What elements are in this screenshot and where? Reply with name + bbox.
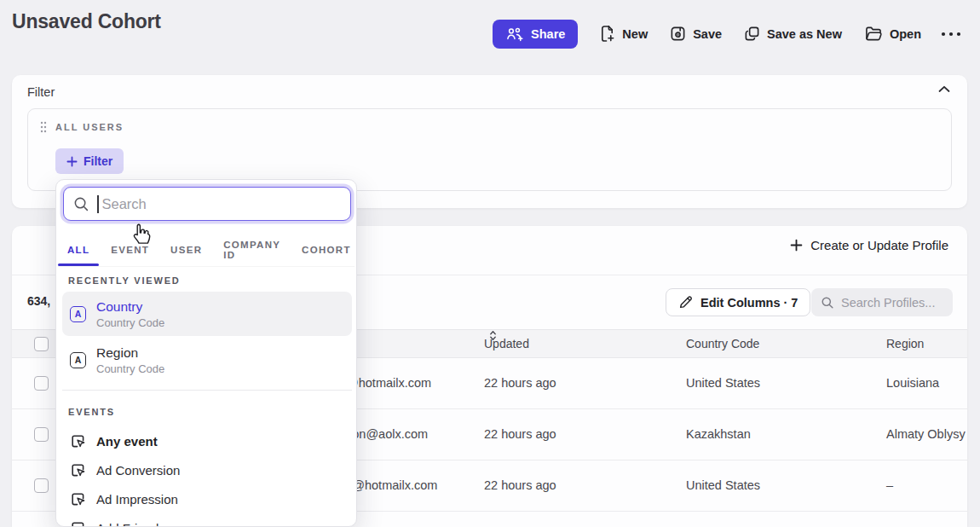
page-title: Unsaved Cohort <box>12 10 161 33</box>
plus-icon <box>66 156 78 167</box>
folder-open-icon <box>864 26 883 42</box>
cell-email: son@aolx.com <box>346 409 428 460</box>
save-as-new-button-label: Save as New <box>767 27 842 41</box>
picker-item-title: Region <box>96 345 164 361</box>
new-button[interactable]: New <box>590 19 657 49</box>
search-icon <box>73 196 89 212</box>
filter-panel-title: Filter <box>27 85 55 99</box>
share-users-icon <box>505 26 524 42</box>
collapse-filter-button[interactable] <box>938 85 950 93</box>
cell-region: – <box>886 460 893 511</box>
picker-tabs: ALL EVENT USER COMPANY ID COHORT <box>58 233 355 267</box>
search-icon <box>821 296 834 310</box>
cell-region: Almaty Oblysy <box>886 409 966 460</box>
cell-region: Louisiana <box>886 358 939 408</box>
filter-group-header: ALL USERS <box>40 121 124 133</box>
cell-updated-at: 22 hours ago <box>484 460 556 511</box>
picker-search-placeholder: Search <box>102 196 147 212</box>
save-button[interactable]: Save <box>660 20 731 48</box>
event-icon <box>70 433 86 449</box>
column-header-country-code[interactable]: Country Code <box>686 330 759 358</box>
copy-icon <box>744 26 760 42</box>
picker-item-region[interactable]: A Region Country Code <box>62 338 352 382</box>
more-options-button[interactable] <box>934 26 968 43</box>
row-checkbox[interactable] <box>34 478 49 493</box>
new-document-icon <box>599 25 615 43</box>
cell-updated-at: 22 hours ago <box>484 358 556 408</box>
search-profiles-input[interactable]: Search Profiles... <box>811 288 953 316</box>
pencil-icon <box>678 295 693 310</box>
create-or-update-profile-button[interactable]: Create or Update Profile <box>790 238 948 252</box>
edit-columns-label: Edit Columns · 7 <box>700 296 798 310</box>
toolbar: Share New Save Save as <box>493 19 968 49</box>
sort-icon[interactable] <box>489 330 497 341</box>
search-profiles-placeholder: Search Profiles... <box>841 296 935 310</box>
picker-item-ad-conversion[interactable]: Ad Conversion <box>62 455 352 484</box>
share-button-label: Share <box>531 27 565 41</box>
tab-company-id[interactable]: COMPANY ID <box>214 233 290 266</box>
save-button-label: Save <box>693 27 722 41</box>
letter-property-icon: A <box>70 306 86 322</box>
column-header-region[interactable]: Region <box>886 330 924 358</box>
tab-all[interactable]: ALL <box>58 233 99 266</box>
picker-item-subtitle: Country Code <box>96 362 164 375</box>
add-filter-button[interactable]: Filter <box>55 148 124 174</box>
save-icon <box>670 26 686 42</box>
open-button-label: Open <box>890 27 921 41</box>
events-heading: EVENTS <box>68 407 115 417</box>
plus-icon <box>790 239 803 252</box>
cell-country-code: United States <box>686 460 760 511</box>
all-users-label: ALL USERS <box>55 122 124 132</box>
chevron-up-icon <box>938 85 950 93</box>
save-as-new-button[interactable]: Save as New <box>735 20 851 48</box>
tab-user[interactable]: USER <box>161 233 211 266</box>
share-button[interactable]: Share <box>493 20 578 49</box>
event-icon <box>70 520 86 527</box>
drag-handle-icon[interactable] <box>40 121 47 133</box>
open-button[interactable]: Open <box>855 20 931 48</box>
row-checkbox[interactable] <box>34 376 49 391</box>
cell-email: s@hotmailx.com <box>346 460 437 511</box>
letter-property-icon: A <box>70 352 86 368</box>
event-icon <box>70 462 86 478</box>
create-or-update-profile-label: Create or Update Profile <box>810 238 948 252</box>
edit-columns-button[interactable]: Edit Columns · 7 <box>666 288 810 316</box>
cell-email: @hotmailx.com <box>346 358 431 408</box>
picker-item-title: Country <box>96 299 164 315</box>
profile-count: 634, <box>27 294 50 308</box>
cell-country-code: Kazakhstan <box>686 409 751 460</box>
cell-updated-at: 22 hours ago <box>484 409 556 460</box>
picker-item-country[interactable]: A Country Country Code <box>62 292 352 336</box>
divider <box>62 390 352 391</box>
tab-event[interactable]: EVENT <box>101 233 159 266</box>
picker-item-any-event[interactable]: Any event <box>62 426 352 455</box>
picker-item-add-friends[interactable]: Add Friends <box>62 513 352 527</box>
picker-item-title: Add Friends <box>96 521 165 527</box>
text-caret <box>97 195 99 213</box>
picker-item-title: Ad Conversion <box>96 463 180 478</box>
event-icon <box>70 491 86 507</box>
picker-search-input[interactable]: Search <box>63 187 351 221</box>
picker-item-ad-impression[interactable]: Ad Impression <box>62 484 352 513</box>
recently-viewed-heading: RECENTLY VIEWED <box>68 275 181 286</box>
cell-country-code: United States <box>686 358 760 408</box>
tab-cohort[interactable]: COHORT <box>292 233 357 266</box>
add-filter-label: Filter <box>84 154 112 168</box>
row-checkbox[interactable] <box>34 427 49 442</box>
property-picker-dropdown: Search ALL EVENT USER COMPANY ID COHORT … <box>55 179 357 527</box>
new-button-label: New <box>622 27 648 41</box>
picker-item-subtitle: Country Code <box>96 316 164 329</box>
select-all-checkbox[interactable] <box>34 337 49 351</box>
picker-item-title: Any event <box>96 434 158 449</box>
ellipsis-icon <box>941 32 961 37</box>
picker-item-title: Ad Impression <box>96 492 178 507</box>
